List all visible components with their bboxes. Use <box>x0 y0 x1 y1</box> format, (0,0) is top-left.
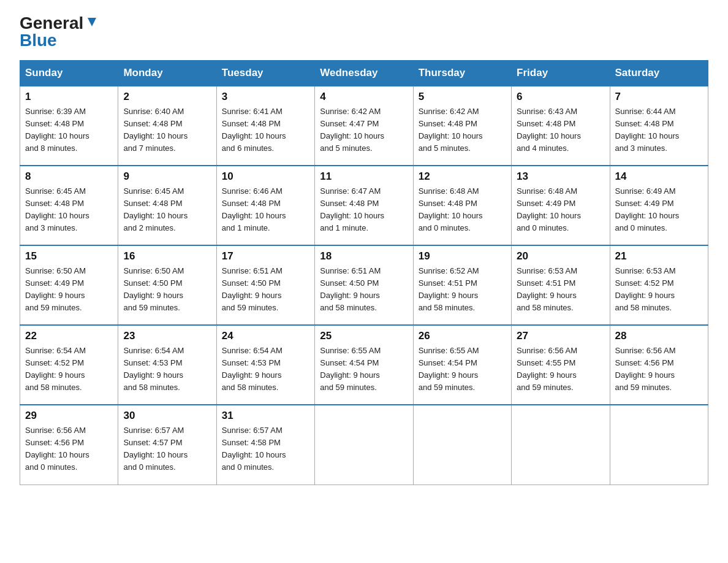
day-info: Sunrise: 6:42 AM Sunset: 4:48 PM Dayligh… <box>419 105 506 155</box>
day-info: Sunrise: 6:54 AM Sunset: 4:52 PM Dayligh… <box>25 345 113 394</box>
day-info: Sunrise: 6:56 AM Sunset: 4:56 PM Dayligh… <box>25 424 113 474</box>
calendar-empty-cell <box>512 405 610 484</box>
calendar-day-cell: 3 Sunrise: 6:41 AM Sunset: 4:48 PM Dayli… <box>216 86 314 166</box>
calendar-day-cell: 12 Sunrise: 6:48 AM Sunset: 4:48 PM Dayl… <box>413 166 511 245</box>
calendar-day-cell: 5 Sunrise: 6:42 AM Sunset: 4:48 PM Dayli… <box>413 86 511 166</box>
calendar-day-cell: 1 Sunrise: 6:39 AM Sunset: 4:48 PM Dayli… <box>20 86 118 166</box>
day-info: Sunrise: 6:51 AM Sunset: 4:50 PM Dayligh… <box>222 265 309 315</box>
calendar-day-cell: 21 Sunrise: 6:53 AM Sunset: 4:52 PM Dayl… <box>610 245 708 325</box>
day-number: 27 <box>517 330 604 342</box>
day-info: Sunrise: 6:57 AM Sunset: 4:57 PM Dayligh… <box>123 424 211 474</box>
day-info: Sunrise: 6:56 AM Sunset: 4:56 PM Dayligh… <box>615 345 703 394</box>
day-number: 5 <box>419 91 506 103</box>
col-header-thursday: Thursday <box>413 61 511 86</box>
col-header-sunday: Sunday <box>20 61 118 86</box>
day-number: 17 <box>222 250 309 262</box>
calendar-day-cell: 7 Sunrise: 6:44 AM Sunset: 4:48 PM Dayli… <box>610 86 708 166</box>
day-info: Sunrise: 6:42 AM Sunset: 4:47 PM Dayligh… <box>320 105 408 155</box>
day-number: 24 <box>222 330 309 342</box>
day-info: Sunrise: 6:53 AM Sunset: 4:51 PM Dayligh… <box>517 265 604 315</box>
calendar-day-cell: 16 Sunrise: 6:50 AM Sunset: 4:50 PM Dayl… <box>118 245 216 325</box>
day-number: 7 <box>615 91 703 103</box>
day-info: Sunrise: 6:39 AM Sunset: 4:48 PM Dayligh… <box>25 105 113 155</box>
day-info: Sunrise: 6:57 AM Sunset: 4:58 PM Dayligh… <box>222 424 309 474</box>
day-number: 1 <box>25 91 113 103</box>
day-number: 19 <box>419 250 506 262</box>
day-info: Sunrise: 6:54 AM Sunset: 4:53 PM Dayligh… <box>123 345 211 394</box>
calendar-day-cell: 28 Sunrise: 6:56 AM Sunset: 4:56 PM Dayl… <box>610 325 708 405</box>
calendar-table: SundayMondayTuesdayWednesdayThursdayFrid… <box>20 60 708 485</box>
day-number: 11 <box>320 170 408 183</box>
day-info: Sunrise: 6:54 AM Sunset: 4:53 PM Dayligh… <box>222 345 309 394</box>
day-number: 12 <box>419 170 506 183</box>
calendar-day-cell: 15 Sunrise: 6:50 AM Sunset: 4:49 PM Dayl… <box>20 245 118 325</box>
col-header-wednesday: Wednesday <box>315 61 413 86</box>
day-info: Sunrise: 6:51 AM Sunset: 4:50 PM Dayligh… <box>320 265 408 315</box>
day-info: Sunrise: 6:55 AM Sunset: 4:54 PM Dayligh… <box>320 345 408 394</box>
col-header-tuesday: Tuesday <box>216 61 314 86</box>
calendar-week-row: 8 Sunrise: 6:45 AM Sunset: 4:48 PM Dayli… <box>20 166 708 245</box>
calendar-day-cell: 24 Sunrise: 6:54 AM Sunset: 4:53 PM Dayl… <box>216 325 314 405</box>
day-number: 18 <box>320 250 408 262</box>
calendar-day-cell: 30 Sunrise: 6:57 AM Sunset: 4:57 PM Dayl… <box>118 405 216 484</box>
calendar-day-cell: 22 Sunrise: 6:54 AM Sunset: 4:52 PM Dayl… <box>20 325 118 405</box>
day-number: 29 <box>25 410 113 422</box>
day-info: Sunrise: 6:45 AM Sunset: 4:48 PM Dayligh… <box>123 185 211 235</box>
calendar-week-row: 1 Sunrise: 6:39 AM Sunset: 4:48 PM Dayli… <box>20 86 708 166</box>
day-number: 31 <box>222 410 309 422</box>
col-header-saturday: Saturday <box>610 61 708 86</box>
day-number: 21 <box>615 250 703 262</box>
calendar-empty-cell <box>610 405 708 484</box>
day-info: Sunrise: 6:45 AM Sunset: 4:48 PM Dayligh… <box>25 185 113 235</box>
calendar-day-cell: 23 Sunrise: 6:54 AM Sunset: 4:53 PM Dayl… <box>118 325 216 405</box>
calendar-day-cell: 29 Sunrise: 6:56 AM Sunset: 4:56 PM Dayl… <box>20 405 118 484</box>
day-info: Sunrise: 6:43 AM Sunset: 4:48 PM Dayligh… <box>517 105 604 155</box>
calendar-day-cell: 6 Sunrise: 6:43 AM Sunset: 4:48 PM Dayli… <box>512 86 610 166</box>
calendar-week-row: 29 Sunrise: 6:56 AM Sunset: 4:56 PM Dayl… <box>20 405 708 484</box>
calendar-day-cell: 9 Sunrise: 6:45 AM Sunset: 4:48 PM Dayli… <box>118 166 216 245</box>
day-info: Sunrise: 6:47 AM Sunset: 4:48 PM Dayligh… <box>320 185 408 235</box>
calendar-day-cell: 17 Sunrise: 6:51 AM Sunset: 4:50 PM Dayl… <box>216 245 314 325</box>
day-info: Sunrise: 6:50 AM Sunset: 4:50 PM Dayligh… <box>123 265 211 315</box>
day-number: 10 <box>222 170 309 183</box>
calendar-day-cell: 20 Sunrise: 6:53 AM Sunset: 4:51 PM Dayl… <box>512 245 610 325</box>
day-info: Sunrise: 6:55 AM Sunset: 4:54 PM Dayligh… <box>419 345 506 394</box>
day-number: 8 <box>25 170 113 183</box>
calendar-day-cell: 14 Sunrise: 6:49 AM Sunset: 4:49 PM Dayl… <box>610 166 708 245</box>
calendar-day-cell: 10 Sunrise: 6:46 AM Sunset: 4:48 PM Dayl… <box>216 166 314 245</box>
day-info: Sunrise: 6:56 AM Sunset: 4:55 PM Dayligh… <box>517 345 604 394</box>
calendar-empty-cell <box>315 405 413 484</box>
day-number: 25 <box>320 330 408 342</box>
calendar-header-row: SundayMondayTuesdayWednesdayThursdayFrid… <box>20 61 708 86</box>
day-info: Sunrise: 6:48 AM Sunset: 4:48 PM Dayligh… <box>419 185 506 235</box>
calendar-day-cell: 26 Sunrise: 6:55 AM Sunset: 4:54 PM Dayl… <box>413 325 511 405</box>
calendar-day-cell: 8 Sunrise: 6:45 AM Sunset: 4:48 PM Dayli… <box>20 166 118 245</box>
logo-general-text: General <box>20 15 83 32</box>
calendar-week-row: 22 Sunrise: 6:54 AM Sunset: 4:52 PM Dayl… <box>20 325 708 405</box>
logo-blue-text: Blue <box>20 31 57 50</box>
calendar-empty-cell <box>413 405 511 484</box>
day-number: 14 <box>615 170 703 183</box>
day-number: 3 <box>222 91 309 103</box>
calendar-day-cell: 19 Sunrise: 6:52 AM Sunset: 4:51 PM Dayl… <box>413 245 511 325</box>
calendar-day-cell: 18 Sunrise: 6:51 AM Sunset: 4:50 PM Dayl… <box>315 245 413 325</box>
day-info: Sunrise: 6:44 AM Sunset: 4:48 PM Dayligh… <box>615 105 703 155</box>
day-number: 23 <box>123 330 211 342</box>
day-number: 13 <box>517 170 604 183</box>
day-info: Sunrise: 6:50 AM Sunset: 4:49 PM Dayligh… <box>25 265 113 315</box>
day-number: 6 <box>517 91 604 103</box>
calendar-day-cell: 13 Sunrise: 6:48 AM Sunset: 4:49 PM Dayl… <box>512 166 610 245</box>
col-header-friday: Friday <box>512 61 610 86</box>
calendar-day-cell: 4 Sunrise: 6:42 AM Sunset: 4:47 PM Dayli… <box>315 86 413 166</box>
day-number: 15 <box>25 250 113 262</box>
day-info: Sunrise: 6:49 AM Sunset: 4:49 PM Dayligh… <box>615 185 703 235</box>
day-number: 16 <box>123 250 211 262</box>
day-info: Sunrise: 6:46 AM Sunset: 4:48 PM Dayligh… <box>222 185 309 235</box>
svg-marker-0 <box>88 18 96 26</box>
calendar-day-cell: 31 Sunrise: 6:57 AM Sunset: 4:58 PM Dayl… <box>216 405 314 484</box>
day-number: 30 <box>123 410 211 422</box>
calendar-day-cell: 2 Sunrise: 6:40 AM Sunset: 4:48 PM Dayli… <box>118 86 216 166</box>
day-info: Sunrise: 6:41 AM Sunset: 4:48 PM Dayligh… <box>222 105 309 155</box>
calendar-week-row: 15 Sunrise: 6:50 AM Sunset: 4:49 PM Dayl… <box>20 245 708 325</box>
day-info: Sunrise: 6:52 AM Sunset: 4:51 PM Dayligh… <box>419 265 506 315</box>
